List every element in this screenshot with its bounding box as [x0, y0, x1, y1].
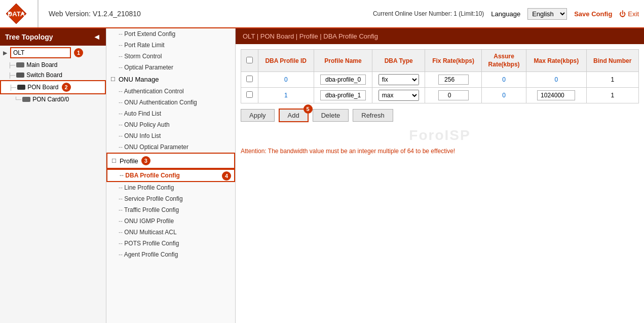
- table-scroll-wrapper: DBA Profile ID Profile Name DBA Type Fix…: [241, 49, 639, 103]
- refresh-button[interactable]: Refresh: [353, 109, 393, 122]
- nav-onu-optical[interactable]: ONU Optical Parameter: [106, 141, 235, 153]
- add-label: Add: [288, 112, 299, 119]
- row1-assure-rate: 0: [481, 88, 526, 103]
- nav-agent-profile[interactable]: Agent Profile Config: [106, 249, 235, 260]
- row0-checkbox[interactable]: [246, 76, 253, 82]
- badge-5: 5: [304, 104, 313, 114]
- breadcrumb-profile[interactable]: Profile: [299, 32, 318, 40]
- add-button[interactable]: Add 5: [279, 109, 309, 122]
- header: DATA ◄ ► Web Version: V1.2.4_210810 Curr…: [0, 0, 644, 28]
- table-row: 0 fix max assure assure+max fix+assure+m…: [241, 72, 639, 88]
- nav-line-profile[interactable]: Line Profile Config: [106, 182, 235, 193]
- row0-profile-name: [314, 72, 372, 88]
- sidebar: Tree Topology ◄ ▶ 1 ├─ Main Board ├─ Swi…: [0, 28, 106, 323]
- content-body: DBA Profile ID Profile Name DBA Type Fix…: [236, 44, 644, 160]
- main-layout: Tree Topology ◄ ▶ 1 ├─ Main Board ├─ Swi…: [0, 28, 644, 323]
- row0-id-link[interactable]: 0: [284, 76, 288, 83]
- online-info: Current Online User Number: 1 (Limit:10): [373, 10, 484, 17]
- col-fix-rate: Fix Rate(kbps): [425, 50, 482, 72]
- col-max-rate: Max Rate(kbps): [526, 50, 586, 72]
- breadcrumb-pon-board[interactable]: PON Board: [260, 32, 294, 40]
- row0-id: 0: [258, 72, 314, 88]
- board-icon: [16, 62, 24, 67]
- badge-1: 1: [74, 48, 83, 57]
- row1-profile-name: [314, 88, 372, 103]
- row0-dba-type-select[interactable]: fix max assure assure+max fix+assure+max: [378, 74, 419, 85]
- nav-optical-param[interactable]: Optical Parameter: [106, 62, 235, 73]
- row0-fix-rate-input[interactable]: [438, 75, 469, 85]
- pon-board-label: PON Board: [27, 84, 58, 91]
- pon-card-icon: [22, 97, 30, 102]
- nav-onu-info[interactable]: ONU Info List: [106, 130, 235, 141]
- breadcrumb-sep2: |: [296, 32, 299, 40]
- nav-pots-profile[interactable]: POTS Profile Config: [106, 238, 235, 249]
- olt-input[interactable]: [10, 47, 71, 58]
- header-right: Current Online User Number: 1 (Limit:10)…: [373, 8, 639, 20]
- main-board-label: Main Board: [26, 61, 57, 68]
- switch-icon: [16, 73, 24, 78]
- tree-node-olt[interactable]: ▶ 1: [0, 46, 106, 60]
- row0-assure-link[interactable]: 0: [502, 76, 506, 83]
- pon-card-label: PON Card0/0: [32, 96, 69, 103]
- nav-onu-multicast[interactable]: ONU Multicast ACL: [106, 227, 235, 238]
- row0-max-rate: 0: [526, 72, 586, 88]
- sidebar-header: Tree Topology ◄: [0, 28, 106, 46]
- nav-onu-policy[interactable]: ONU Policy Auth: [106, 119, 235, 130]
- nav-onu-auth-config[interactable]: ONU Authentication Config: [106, 97, 235, 108]
- breadcrumb: OLT | PON Board | Profile | DBA Profile …: [236, 28, 644, 44]
- breadcrumb-olt[interactable]: OLT: [243, 32, 255, 40]
- language-select[interactable]: English Chinese: [527, 8, 567, 20]
- row1-profile-name-input[interactable]: [320, 90, 366, 100]
- nav-section-profile[interactable]: ☐ Profile 3: [106, 153, 235, 169]
- col-dba-type: DBA Type: [372, 50, 425, 72]
- nav-auto-find[interactable]: Auto Find List: [106, 108, 235, 119]
- breadcrumb-dba: DBA Profile Config: [323, 32, 378, 40]
- nav-dba-profile[interactable]: DBA Profile Config 4: [106, 169, 235, 182]
- row1-assure-link[interactable]: 0: [502, 92, 506, 99]
- svg-text:◄: ◄: [7, 11, 12, 16]
- row1-fix-rate-input[interactable]: [438, 90, 469, 100]
- collapse-arrow-icon[interactable]: ◄: [93, 32, 101, 42]
- logo-area: DATA ◄ ►: [5, 0, 39, 27]
- content-area: OLT | PON Board | Profile | DBA Profile …: [236, 28, 644, 323]
- row1-dba-type: fix max assure assure+max fix+assure+max: [372, 88, 425, 103]
- badge-3: 3: [141, 156, 150, 165]
- row1-dba-type-select[interactable]: fix max assure assure+max fix+assure+max: [378, 90, 419, 101]
- row0-profile-name-input[interactable]: [320, 75, 366, 85]
- save-config-button[interactable]: Save Config: [574, 10, 612, 18]
- row1-max-rate-input[interactable]: [537, 90, 575, 100]
- row1-id-link[interactable]: 1: [284, 92, 288, 99]
- nav-onu-igmp[interactable]: ONU IGMP Profile: [106, 216, 235, 227]
- tree-node-pon-board[interactable]: ├─ PON Board 2: [0, 80, 106, 94]
- apply-button[interactable]: Apply: [241, 109, 275, 122]
- nav-port-rate[interactable]: Port Rate Limit: [106, 40, 235, 51]
- tree-node-switch-board[interactable]: ├─ Switch Board: [0, 70, 106, 80]
- nav-traffic-profile[interactable]: Traffic Profile Config: [106, 204, 235, 216]
- logo-icon: DATA ◄ ►: [5, 3, 27, 25]
- row1-checkbox[interactable]: [246, 91, 253, 98]
- nav-port-extend[interactable]: Port Extend Config: [106, 28, 235, 40]
- tree-node-main-board[interactable]: ├─ Main Board: [0, 60, 106, 70]
- row1-id: 1: [258, 88, 314, 103]
- svg-text:►: ►: [21, 11, 26, 16]
- tree-node-pon-card[interactable]: └─ PON Card0/0: [0, 94, 106, 104]
- nav-service-profile[interactable]: Service Profile Config: [106, 193, 235, 204]
- nav-section-onu-manage[interactable]: ☐ ONU Manage: [106, 73, 235, 86]
- row0-dba-type: fix max assure assure+max fix+assure+max: [372, 72, 425, 88]
- row0-max-link[interactable]: 0: [555, 76, 558, 83]
- power-icon: ⏻: [619, 10, 626, 18]
- delete-button[interactable]: Delete: [313, 109, 349, 122]
- row0-assure-rate: 0: [481, 72, 526, 88]
- dba-profile-table: DBA Profile ID Profile Name DBA Type Fix…: [241, 49, 639, 103]
- exit-button[interactable]: ⏻ Exit: [619, 10, 639, 18]
- row1-max-rate: [526, 88, 586, 103]
- row0-bind-number: 1: [586, 72, 638, 88]
- select-all-checkbox[interactable]: [246, 57, 253, 63]
- language-label: Language: [491, 10, 520, 18]
- col-bind-number: Bind Number: [586, 50, 638, 72]
- row1-checkbox-cell: [241, 88, 258, 103]
- badge-2: 2: [62, 83, 71, 92]
- nav-auth-control[interactable]: Authentication Control: [106, 86, 235, 97]
- nav-storm-control[interactable]: Storm Control: [106, 51, 235, 62]
- expand-icon: ☐: [110, 76, 116, 83]
